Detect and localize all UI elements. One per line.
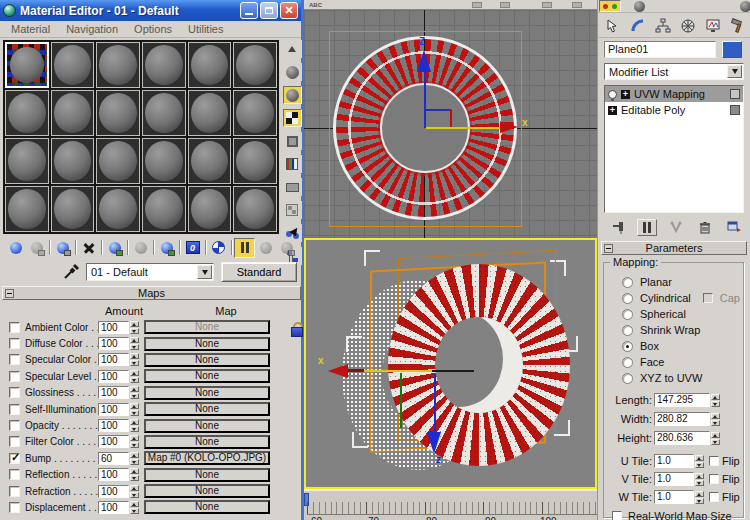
cap-checkbox[interactable]: [703, 293, 713, 303]
gizmo-x-arrow-icon[interactable]: [500, 121, 518, 133]
remove-modifier-icon[interactable]: [695, 219, 715, 236]
material-slot[interactable]: [51, 138, 95, 184]
map-button[interactable]: None: [144, 435, 270, 449]
map-button[interactable]: None: [144, 484, 270, 498]
configure-modifier-sets-icon[interactable]: [724, 219, 744, 236]
map-button[interactable]: None: [144, 468, 270, 482]
dropdown-arrow-icon[interactable]: [197, 265, 212, 279]
lightbulb-icon[interactable]: [608, 90, 617, 99]
map-amount-value[interactable]: 100: [98, 386, 129, 399]
v-flip-checkbox[interactable]: [709, 474, 719, 484]
gizmo-x-arrow-icon[interactable]: [328, 364, 348, 378]
spinner-arrows[interactable]: [711, 432, 720, 445]
map-amount-value[interactable]: 100: [98, 353, 129, 366]
map-button[interactable]: None: [144, 419, 270, 433]
map-amount-value[interactable]: 100: [98, 321, 129, 334]
spinner-arrows[interactable]: [711, 394, 720, 407]
sample-type-icon[interactable]: [283, 63, 302, 81]
tab-utilities[interactable]: [726, 15, 749, 36]
material-slot[interactable]: [96, 42, 140, 88]
spinner-arrows[interactable]: [695, 473, 704, 486]
reset-map-icon[interactable]: [78, 238, 99, 258]
material-slot-selected[interactable]: [5, 42, 49, 88]
length-value[interactable]: 147.295: [654, 393, 710, 407]
make-unique-icon[interactable]: [130, 238, 151, 258]
map-enable-checkbox[interactable]: [9, 387, 20, 398]
stack-item-editable-poly[interactable]: Editable Poly: [605, 102, 743, 118]
material-slot[interactable]: [188, 90, 232, 136]
radio-icon[interactable]: [622, 373, 633, 384]
render-shortcut-icon[interactable]: [740, 1, 750, 12]
height-value[interactable]: 280.636: [654, 431, 710, 445]
maximize-button[interactable]: [260, 2, 278, 19]
spinner-arrows[interactable]: [130, 403, 139, 416]
tab-hierarchy[interactable]: [651, 15, 674, 36]
options-icon[interactable]: [283, 201, 302, 219]
material-type-button[interactable]: Standard: [221, 262, 297, 282]
tab-motion[interactable]: [676, 15, 699, 36]
map-enable-checkbox[interactable]: [9, 371, 20, 382]
map-amount-value[interactable]: 100: [98, 485, 129, 498]
expand-icon[interactable]: [608, 106, 617, 115]
spinner-arrows[interactable]: [130, 485, 139, 498]
map-amount-value[interactable]: 60: [98, 452, 129, 465]
close-button[interactable]: ✕: [280, 2, 298, 19]
real-world-checkbox[interactable]: [612, 511, 622, 520]
show-end-result-stack-icon[interactable]: [637, 219, 657, 236]
material-slot[interactable]: [5, 186, 49, 232]
pin-stack-icon[interactable]: [608, 219, 628, 236]
radio-face[interactable]: Face: [622, 356, 664, 368]
radio-icon[interactable]: [622, 325, 633, 336]
v-tile-value[interactable]: 1.0: [654, 472, 694, 486]
map-enable-checkbox[interactable]: [9, 486, 20, 497]
map-button[interactable]: None: [144, 353, 270, 367]
map-enable-checkbox[interactable]: [9, 436, 20, 447]
gizmo-z-axis-line[interactable]: [434, 374, 436, 436]
go-to-parent-icon[interactable]: [255, 238, 276, 258]
radio-spherical[interactable]: Spherical: [622, 308, 686, 320]
tab-display[interactable]: [701, 15, 724, 36]
gizmo-z-arrow-icon[interactable]: [427, 432, 441, 454]
expand-icon[interactable]: [621, 90, 630, 99]
show-end-result-icon[interactable]: [234, 238, 255, 258]
backlight-icon[interactable]: [283, 86, 302, 104]
make-unique-stack-icon[interactable]: [666, 219, 686, 236]
radio-icon[interactable]: [622, 277, 633, 288]
map-button[interactable]: None: [144, 320, 270, 334]
viewport-perspective-active[interactable]: x z: [304, 238, 597, 489]
map-amount-value[interactable]: 100: [98, 403, 129, 416]
map-button[interactable]: None: [144, 500, 270, 514]
w-tile-value[interactable]: 1.0: [654, 490, 694, 504]
radio-icon[interactable]: [622, 293, 633, 304]
material-name-dropdown[interactable]: 01 - Default: [86, 263, 214, 281]
menu-options[interactable]: Options: [126, 23, 180, 35]
torus-object-perspective[interactable]: [388, 264, 570, 466]
material-id-channel-icon[interactable]: 0: [182, 238, 203, 258]
dropdown-arrow-icon[interactable]: [727, 65, 742, 78]
radio-shrink-wrap[interactable]: Shrink Wrap: [622, 324, 700, 336]
material-slot[interactable]: [233, 42, 277, 88]
material-slot[interactable]: [142, 90, 186, 136]
map-enable-checkbox[interactable]: [9, 354, 20, 365]
material-slot[interactable]: [96, 138, 140, 184]
put-material-to-scene-icon[interactable]: [26, 238, 47, 258]
spinner-arrows[interactable]: [130, 435, 139, 448]
spinner-arrows[interactable]: [130, 321, 139, 334]
make-preview-icon[interactable]: [283, 178, 302, 196]
menu-navigation[interactable]: Navigation: [58, 23, 126, 35]
map-enable-checkbox[interactable]: [9, 322, 20, 333]
radio-box-selected[interactable]: Box: [622, 340, 659, 352]
width-value[interactable]: 280.82: [654, 412, 710, 426]
modifier-list-dropdown[interactable]: Modifier List: [604, 63, 744, 80]
show-map-in-viewport-icon[interactable]: [208, 238, 229, 258]
material-slot[interactable]: [233, 90, 277, 136]
material-slot[interactable]: [96, 186, 140, 232]
u-tile-value[interactable]: 1.0: [654, 454, 694, 468]
get-material-icon[interactable]: [5, 238, 26, 258]
map-enable-checkbox[interactable]: [9, 453, 20, 464]
material-slot[interactable]: [233, 186, 277, 232]
map-amount-value[interactable]: 100: [98, 468, 129, 481]
go-forward-to-sibling-icon[interactable]: [276, 238, 297, 258]
map-button[interactable]: None: [144, 337, 270, 351]
track-bar[interactable]: 60 70 80 90 100: [304, 489, 597, 520]
